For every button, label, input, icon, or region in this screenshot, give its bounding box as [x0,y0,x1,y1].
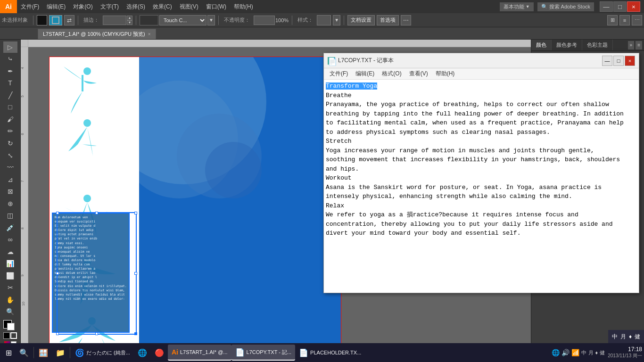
warp-tool[interactable]: 〰 [3,162,17,173]
notepad-first-line: Transform Yoga [326,82,637,91]
tray-network-text: 中 [581,349,586,356]
arrange-button[interactable]: ⊞ [607,15,618,25]
menu-text[interactable]: 文字(T) [97,0,123,13]
stroke-color-swatch[interactable] [49,15,62,25]
menu-effect[interactable]: 效果(C) [149,0,176,13]
artboard-tool[interactable]: ⬜ [3,270,17,281]
tab-close-button[interactable]: × [148,32,151,37]
slice-tool[interactable]: ✂ [3,282,17,294]
notepad-menu-file[interactable]: 文件(F) [326,68,352,79]
stroke-down-arrow[interactable]: ▼ [127,20,132,25]
ruler-num-9: 9 [21,274,25,276]
doc-settings-button[interactable]: 文档设置 [347,15,375,25]
toolbar-more-button[interactable]: ⋯ [401,15,411,25]
menu-file[interactable]: 文件(F) [17,0,43,13]
panel-menu-button[interactable]: ≡ [636,41,642,49]
zoom-tool[interactable]: 🔍 [3,306,17,318]
notepad-menu-help[interactable]: 帮助(H) [432,68,459,79]
selection-tool[interactable]: ▷ [3,41,17,53]
stroke-up-arrow[interactable]: ▲ [127,16,132,20]
notepad-content-area[interactable]: Transform Yoga Breathe Pranayama, the yo… [324,80,639,293]
deco-circle-4 [205,142,262,198]
clock[interactable]: 17:18 2013/11/13 周一 [608,346,642,359]
rectangle-tool[interactable]: □ [3,102,17,113]
search-icon: 🔍 [541,4,548,10]
column-graph-tool[interactable]: 📊 [3,258,17,270]
taskbar-app-illustrator[interactable]: Ai L7START_1.AI* @... [168,345,231,361]
stock-search[interactable]: 🔍 搜索 Adobe Stock [537,2,594,11]
hand-tool[interactable]: ✋ [3,294,17,305]
color-swap-button[interactable]: ⇄ [64,15,74,25]
free-transform-tool[interactable]: ⊠ [3,186,17,197]
brush-dropdown-arrow[interactable]: ▼ [207,15,215,25]
style-swatch[interactable] [317,15,331,25]
pencil-tool[interactable]: ✏ [3,126,17,137]
width-tool[interactable]: ⊿ [3,174,17,185]
gradient-tool[interactable]: ◫ [3,210,17,221]
menu-view[interactable]: 视图(V) [176,0,202,13]
stroke-width-stepper[interactable]: ▲ ▼ [103,16,132,25]
notepad-maximize-button[interactable]: □ [613,56,624,66]
eyedropper-tool[interactable]: 💉 [3,222,17,233]
workspace-switcher[interactable]: 基本功能 ▼ [500,2,534,11]
scale-tool[interactable]: ⤡ [3,150,17,161]
fill-color-swatch[interactable] [37,15,47,25]
preferences-button[interactable]: 首选项 [377,15,399,25]
notepad-titlebar[interactable]: 📄 L7COPY.TXT - 记事本 — □ × [324,53,639,68]
notepad-task-label: L7COPY.TXT - 記... [247,349,292,356]
fill-box[interactable] [3,332,10,339]
taskbar-app-placeholder[interactable]: 📄 PLACEHOLDER.TX... [295,345,365,361]
stroke-width-input[interactable] [103,16,126,25]
opacity-input[interactable] [254,16,275,25]
menu-object[interactable]: 对象(O) [69,0,96,13]
line-tool[interactable]: ╱ [3,90,17,101]
taskbar-app-music[interactable]: 🌀 だったのに (純音... [71,345,134,361]
align-button[interactable]: ≡ [619,15,630,25]
direct-selection-tool[interactable]: ⤷ [3,54,17,65]
notepad-menu-edit[interactable]: 编辑(E) [352,68,378,79]
tray-wifi-icon[interactable]: 📶 [571,349,579,356]
rotate-tool[interactable]: ↻ [3,138,17,149]
app-minimize-button[interactable]: — [600,1,613,12]
shapebuilder-tool[interactable]: ⊕ [3,198,17,209]
menu-edit[interactable]: 编辑(E) [43,0,69,13]
panel-tab-color-theme[interactable]: 色彩主题 [582,40,613,50]
panel-tab-color-guide[interactable]: 颜色参考 [552,40,582,50]
type-tool[interactable]: T [3,78,17,89]
taskbar-app-4[interactable]: 🔴 [151,345,168,361]
taskbar-app-browser[interactable]: 🌐 [134,345,151,361]
brush-select[interactable]: Touch C... [159,15,206,25]
taskbar-search[interactable]: 🔍 [16,345,33,361]
stroke-stepper-arrows[interactable]: ▲ ▼ [127,16,132,25]
paintbrush-tool[interactable]: 🖌 [3,114,17,125]
taskbar-app-notepad[interactable]: 📄 L7COPY.TXT - 記... [231,345,296,361]
style-dropdown-arrow[interactable]: ▼ [333,15,340,25]
more-tools-button[interactable]: ⋯ [632,15,642,25]
tray-volume-icon[interactable]: 🔊 [561,349,570,356]
notepad-menu-format[interactable]: 格式(O) [378,68,405,79]
app-maximize-button[interactable]: □ [613,1,627,12]
taskbar-app-1[interactable]: 📁 [52,345,69,361]
menu-select[interactable]: 选择(S) [123,0,149,13]
app-close-button[interactable]: × [627,1,640,12]
document-tab[interactable]: L7START_1.AI* @ 100% (CMYK/GPU 预览) × [38,29,156,39]
blend-tool[interactable]: ∞ [3,234,17,246]
taskbar-app-0[interactable]: 🪟 [35,345,52,361]
pen-tool[interactable]: ✒ [3,66,17,77]
stroke-box[interactable] [10,332,17,339]
notepad-close-button[interactable]: × [625,56,635,66]
notepad-minimize-button[interactable]: — [602,56,612,66]
menu-help[interactable]: 帮助(H) [230,0,257,13]
panel-tab-color[interactable]: 颜色 [531,40,552,50]
notepad-menu-view[interactable]: 查看(V) [405,68,432,79]
start-icon: ⊞ [6,348,12,357]
fill-stroke-toggle[interactable] [3,332,17,339]
color-swatches[interactable] [3,320,17,330]
menu-window[interactable]: 窗口(W) [202,0,230,13]
tray-network-icon[interactable]: 🌐 [552,349,560,356]
stroke-label: 描边： [82,16,101,24]
start-button[interactable]: ⊞ [2,345,16,361]
symbol-sprayer-tool[interactable]: ☁ [3,246,17,257]
opacity-control[interactable]: 100% [254,16,289,25]
panel-expand-button[interactable]: » [628,41,635,49]
